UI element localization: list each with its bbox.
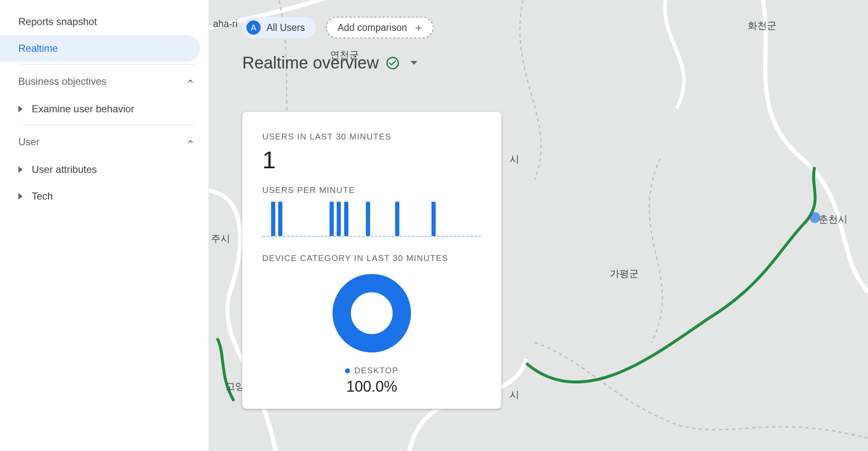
donut-icon (330, 271, 414, 355)
chart-bar (271, 202, 275, 236)
caret-right-icon (18, 193, 23, 200)
sidebar-section-label: Business objectives (18, 76, 107, 87)
caret-right-icon (18, 166, 23, 173)
chip-avatar-letter: A (251, 23, 256, 33)
chart-bar (366, 202, 370, 236)
sidebar-item-tech[interactable]: Tech (0, 183, 208, 210)
main-area: aha-ri 연천군 시 주시 고양 시 가평군 화천군 춘천시 A All U… (209, 0, 868, 451)
comparison-bar: A All Users Add comparison ＋ (242, 17, 434, 38)
card-device-title: DEVICE CATEGORY IN LAST 30 MINUTES (262, 253, 481, 263)
legend-percent: 100.0% (346, 378, 397, 395)
chart-bar (431, 202, 436, 236)
map-label: 가평군 (610, 267, 639, 280)
sidebar: Reports snapshot Realtime Business objec… (0, 0, 209, 451)
chevron-up-icon (187, 136, 194, 148)
chart-baseline (262, 236, 481, 237)
card-upm-title: USERS PER MINUTE (262, 185, 481, 195)
page-title: Realtime overview (242, 53, 379, 72)
realtime-card: USERS IN LAST 30 MINUTES 1 USERS PER MIN… (242, 112, 501, 409)
map-label: 시 (510, 153, 519, 166)
sidebar-item-user-attributes[interactable]: User attributes (0, 156, 208, 183)
caret-right-icon (18, 106, 23, 112)
chart-bar (337, 202, 341, 236)
add-comparison-button[interactable]: Add comparison ＋ (326, 17, 434, 38)
map-label: 주시 (211, 232, 230, 245)
device-legend: DESKTOP (345, 366, 398, 375)
chart-bar (344, 202, 348, 236)
map-label: 춘천시 (819, 213, 848, 226)
realtime-user-dot[interactable] (810, 212, 820, 223)
add-comparison-label: Add comparison (338, 22, 407, 33)
segment-chip-all-users[interactable]: A All Users (242, 17, 316, 38)
card-users-value: 1 (262, 146, 481, 174)
chip-avatar: A (246, 20, 261, 35)
sidebar-section-user[interactable]: User (0, 128, 208, 156)
divider (18, 125, 196, 125)
sidebar-section-label: User (18, 136, 40, 148)
map-label: 시 (510, 388, 519, 401)
map-label: aha-ri (213, 18, 238, 30)
sidebar-item-examine-user-behavior[interactable]: Examine user behavior (0, 96, 208, 122)
sidebar-item-reports-snapshot[interactable]: Reports snapshot (0, 8, 208, 35)
divider (18, 64, 196, 65)
sidebar-item-label: User attributes (32, 164, 97, 175)
chart-bar (330, 202, 334, 236)
status-verified-icon[interactable] (386, 57, 399, 69)
plus-icon: ＋ (413, 22, 424, 33)
sidebar-item-label: Realtime (18, 43, 58, 54)
chevron-up-icon (187, 76, 194, 87)
sidebar-item-realtime[interactable]: Realtime (0, 35, 200, 62)
map-label: 화천군 (748, 19, 777, 32)
chart-bar (278, 202, 282, 236)
svg-point-0 (342, 283, 402, 343)
legend-label: DESKTOP (354, 366, 398, 375)
chart-bar (395, 202, 399, 236)
device-donut-chart: DESKTOP 100.0% (262, 271, 481, 395)
sidebar-item-label: Tech (32, 190, 53, 202)
chip-label: All Users (266, 22, 305, 33)
dropdown-caret-icon[interactable] (411, 61, 417, 65)
card-users-title: USERS IN LAST 30 MINUTES (262, 132, 481, 142)
sidebar-item-label: Reports snapshot (18, 16, 97, 28)
sidebar-item-label: Examine user behavior (32, 103, 134, 115)
users-per-minute-chart (262, 199, 481, 237)
sidebar-section-business-objectives[interactable]: Business objectives (0, 67, 208, 96)
page-title-row: Realtime overview (242, 53, 417, 72)
legend-dot-icon (345, 368, 350, 373)
